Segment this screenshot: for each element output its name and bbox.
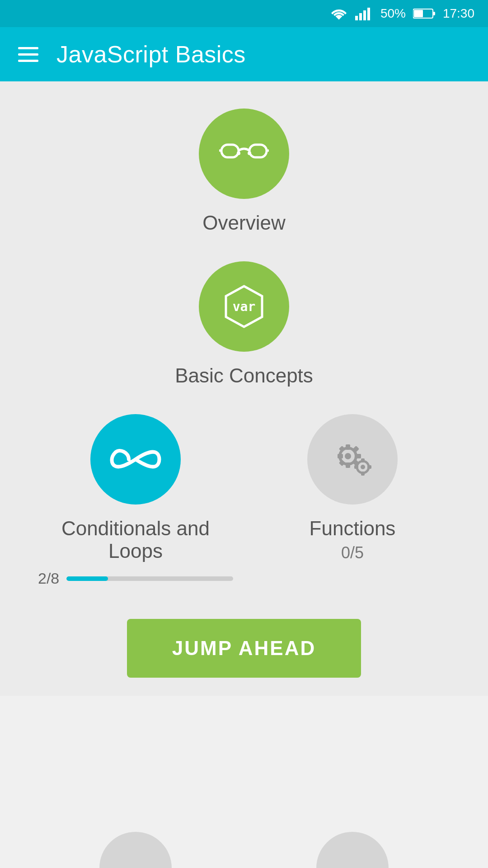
topic-functions[interactable]: Functions 0/5 [255,414,450,562]
svg-rect-28 [361,472,365,476]
basic-concepts-icon-circle: var [199,261,289,352]
wifi-icon [330,7,348,20]
menu-button[interactable] [18,47,38,62]
bottom-circle-right [316,832,389,868]
signal-icon [355,7,373,20]
topic-basic-concepts[interactable]: var Basic Concepts [175,261,313,387]
functions-sublabel: 0/5 [341,543,364,562]
progress-label: 2/8 [38,570,59,587]
svg-point-26 [361,465,365,469]
topic-overview[interactable]: Overview [199,108,289,234]
basic-concepts-label: Basic Concepts [175,364,313,387]
progress-bar-bg [66,576,233,581]
svg-rect-30 [367,465,371,469]
app-bar: JavaScript Basics [0,27,488,81]
svg-rect-27 [361,458,365,462]
infinity-icon [108,443,163,475]
overview-icon-circle [199,108,289,199]
svg-rect-17 [346,444,350,450]
app-title: JavaScript Basics [56,41,246,68]
svg-rect-8 [249,145,267,157]
svg-rect-19 [338,454,343,458]
svg-rect-5 [414,10,423,17]
jump-ahead-button[interactable]: JUMP AHEAD [127,619,361,678]
svg-point-12 [248,151,251,155]
glasses-icon [219,138,269,170]
status-bar: 50% 17:30 [0,0,488,27]
conditionals-icon-circle [90,414,181,505]
conditionals-label: Conditionals andLoops [61,517,210,562]
bottom-hint [0,832,488,868]
battery-text: 50% [380,6,406,21]
functions-icon-circle [307,414,398,505]
progress-bar-fill [66,576,108,581]
bottom-circle-left [99,832,172,868]
svg-rect-0 [355,16,358,20]
svg-rect-3 [367,8,370,20]
svg-rect-7 [221,145,239,157]
svg-point-11 [237,151,240,155]
svg-rect-1 [359,13,362,20]
time-display: 17:30 [443,6,474,21]
functions-label: Functions [310,517,396,540]
svg-text:var: var [233,299,256,314]
topic-conditionals-loops[interactable]: Conditionals andLoops 2/8 [38,414,233,587]
svg-rect-29 [354,465,358,469]
svg-point-16 [345,453,351,459]
svg-rect-21 [339,446,345,452]
svg-rect-18 [346,462,350,468]
overview-label: Overview [202,212,285,234]
svg-rect-2 [363,10,366,20]
progress-bar-container: 2/8 [38,570,233,587]
topic-row-conditionals-functions: Conditionals andLoops 2/8 [27,414,461,587]
main-content: Overview var Basic Concepts Conditionals… [0,81,488,696]
var-icon: var [219,282,269,331]
svg-rect-6 [433,12,435,15]
gear-icon [328,434,377,484]
svg-rect-20 [356,454,361,458]
status-icons: 50% 17:30 [330,6,474,21]
battery-icon [413,7,436,20]
